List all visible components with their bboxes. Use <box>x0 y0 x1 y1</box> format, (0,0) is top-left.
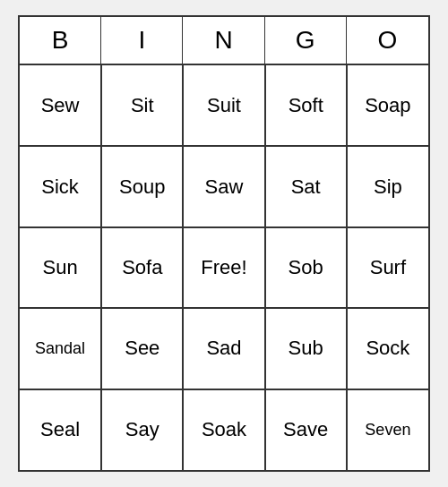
grid-cell-6[interactable]: Soup <box>101 146 183 226</box>
grid-cell-14[interactable]: Surf <box>347 227 428 308</box>
grid-cell-18[interactable]: Sub <box>265 308 347 389</box>
bingo-grid: SewSitSuitSoftSoapSickSoupSawSatSipSunSo… <box>20 65 428 470</box>
grid-cell-20[interactable]: Seal <box>20 389 101 470</box>
header-letter-i: I <box>101 17 183 64</box>
grid-cell-1[interactable]: Sit <box>101 65 183 146</box>
grid-cell-7[interactable]: Saw <box>183 146 264 226</box>
grid-cell-4[interactable]: Soap <box>347 65 428 146</box>
grid-cell-10[interactable]: Sun <box>20 227 101 308</box>
grid-cell-17[interactable]: Sad <box>183 308 264 389</box>
grid-cell-15[interactable]: Sandal <box>20 308 101 389</box>
header-letter-n: N <box>183 17 264 64</box>
grid-cell-0[interactable]: Sew <box>20 65 101 146</box>
grid-cell-9[interactable]: Sip <box>347 146 428 226</box>
bingo-card: BINGO SewSitSuitSoftSoapSickSoupSawSatSi… <box>18 15 430 472</box>
grid-cell-3[interactable]: Soft <box>265 65 347 146</box>
header-letter-g: G <box>265 17 347 64</box>
grid-cell-13[interactable]: Sob <box>265 227 347 308</box>
grid-cell-8[interactable]: Sat <box>265 146 347 226</box>
grid-cell-23[interactable]: Save <box>265 389 347 470</box>
header-letter-b: B <box>20 17 101 64</box>
grid-cell-11[interactable]: Sofa <box>101 227 183 308</box>
grid-cell-2[interactable]: Suit <box>183 65 264 146</box>
grid-cell-24[interactable]: Seven <box>347 389 428 470</box>
grid-cell-19[interactable]: Sock <box>347 308 428 389</box>
grid-cell-21[interactable]: Say <box>101 389 183 470</box>
grid-cell-16[interactable]: See <box>101 308 183 389</box>
header-letter-o: O <box>347 17 428 64</box>
bingo-header: BINGO <box>20 17 428 65</box>
grid-cell-5[interactable]: Sick <box>20 146 101 226</box>
grid-cell-22[interactable]: Soak <box>183 389 264 470</box>
grid-cell-12[interactable]: Free! <box>183 227 264 308</box>
